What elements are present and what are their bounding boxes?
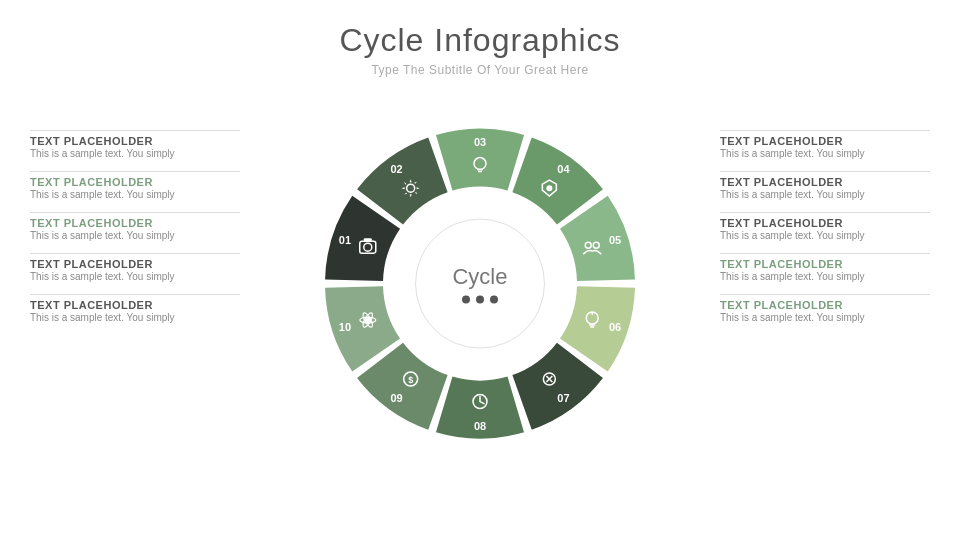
right-heading-2: TEXT PLACEHOLDER — [720, 176, 930, 188]
left-text-block-2: TEXT PLACEHOLDERThis is a sample text. Y… — [30, 171, 240, 204]
right-text-block-5: TEXT PLACEHOLDERThis is a sample text. Y… — [720, 294, 930, 327]
segment-num-5: 05 — [609, 234, 621, 246]
right-text-block-2: TEXT PLACEHOLDERThis is a sample text. Y… — [720, 171, 930, 204]
left-heading-3: TEXT PLACEHOLDER — [30, 217, 240, 229]
left-desc-4: This is a sample text. You simply — [30, 271, 240, 282]
center-label: Cycle — [452, 264, 507, 290]
right-desc-1: This is a sample text. You simply — [720, 148, 930, 159]
right-desc-5: This is a sample text. You simply — [720, 312, 930, 323]
right-desc-2: This is a sample text. You simply — [720, 189, 930, 200]
right-desc-3: This is a sample text. You simply — [720, 230, 930, 241]
segment-num-4: 04 — [557, 163, 570, 175]
right-heading-1: TEXT PLACEHOLDER — [720, 135, 930, 147]
left-desc-3: This is a sample text. You simply — [30, 230, 240, 241]
right-text-column: TEXT PLACEHOLDERThis is a sample text. Y… — [720, 130, 930, 327]
left-text-block-4: TEXT PLACEHOLDERThis is a sample text. Y… — [30, 253, 240, 286]
svg-text:$: $ — [408, 375, 413, 385]
left-text-block-5: TEXT PLACEHOLDERThis is a sample text. Y… — [30, 294, 240, 327]
right-text-block-1: TEXT PLACEHOLDERThis is a sample text. Y… — [720, 130, 930, 163]
cycle-diagram: 010203040506070809$10 Cycle — [310, 114, 650, 454]
right-text-block-3: TEXT PLACEHOLDERThis is a sample text. Y… — [720, 212, 930, 245]
right-text-block-4: TEXT PLACEHOLDERThis is a sample text. Y… — [720, 253, 930, 286]
left-text-column: TEXT PLACEHOLDERThis is a sample text. Y… — [30, 130, 240, 327]
center-circle: Cycle — [415, 219, 545, 349]
segment-num-6: 06 — [609, 321, 621, 333]
segment-num-10: 10 — [339, 321, 351, 333]
svg-rect-2 — [364, 238, 372, 241]
segment-num-7: 07 — [557, 392, 569, 404]
dot-3 — [490, 296, 498, 304]
svg-point-5 — [546, 185, 552, 191]
left-desc-5: This is a sample text. You simply — [30, 312, 240, 323]
slide: Cycle Infographics Type The Subtitle Of … — [0, 0, 960, 540]
right-heading-5: TEXT PLACEHOLDER — [720, 299, 930, 311]
right-desc-4: This is a sample text. You simply — [720, 271, 930, 282]
dot-2 — [476, 296, 484, 304]
right-heading-3: TEXT PLACEHOLDER — [720, 217, 930, 229]
segment-num-2: 02 — [390, 163, 402, 175]
segment-num-9: 09 — [390, 392, 402, 404]
segment-num-3: 03 — [474, 136, 486, 148]
left-desc-2: This is a sample text. You simply — [30, 189, 240, 200]
right-heading-4: TEXT PLACEHOLDER — [720, 258, 930, 270]
left-heading-4: TEXT PLACEHOLDER — [30, 258, 240, 270]
center-dots — [462, 296, 498, 304]
left-desc-1: This is a sample text. You simply — [30, 148, 240, 159]
dot-1 — [462, 296, 470, 304]
left-text-block-3: TEXT PLACEHOLDERThis is a sample text. Y… — [30, 212, 240, 245]
left-heading-5: TEXT PLACEHOLDER — [30, 299, 240, 311]
slide-subtitle: Type The Subtitle Of Your Great Here — [0, 63, 960, 77]
left-text-block-1: TEXT PLACEHOLDERThis is a sample text. Y… — [30, 130, 240, 163]
left-heading-2: TEXT PLACEHOLDER — [30, 176, 240, 188]
left-heading-1: TEXT PLACEHOLDER — [30, 135, 240, 147]
segment-num-8: 08 — [474, 420, 486, 432]
slide-title: Cycle Infographics — [0, 0, 960, 59]
segment-num-1: 01 — [339, 234, 351, 246]
